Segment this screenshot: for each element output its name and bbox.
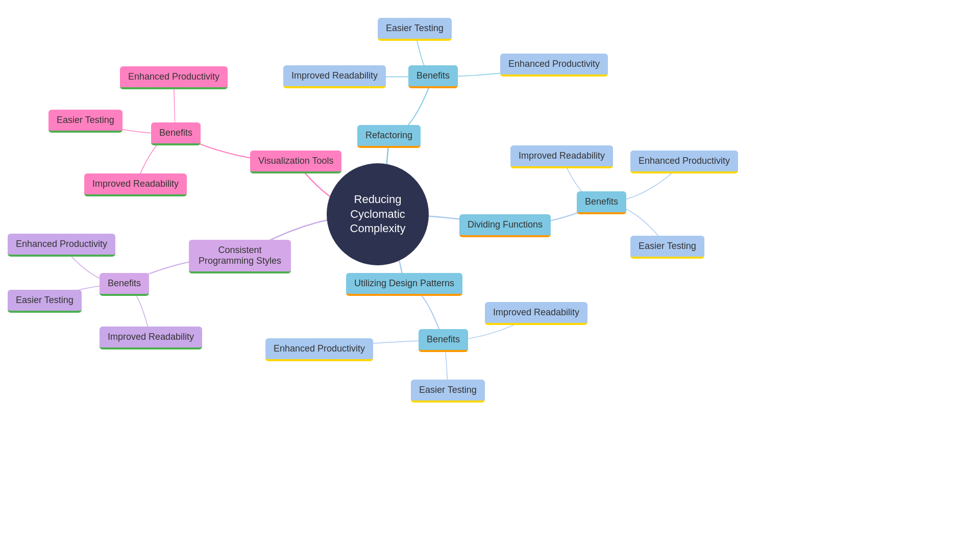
node-enhanced-prod-4[interactable]: Enhanced Productivity — [630, 151, 738, 173]
node-div-benefits[interactable]: Benefits — [577, 191, 626, 214]
node-easier-testing-2[interactable]: Easier Testing — [48, 110, 122, 133]
node-enhanced-prod-1[interactable]: Enhanced Productivity — [500, 54, 608, 77]
node-enhanced-prod-5[interactable]: Enhanced Productivity — [265, 338, 373, 361]
node-cons-benefits[interactable]: Benefits — [100, 273, 149, 296]
center-node[interactable]: Reducing Cyclomatic Complexity — [327, 163, 429, 265]
node-refactoring[interactable]: Refactoring — [357, 125, 421, 148]
node-improved-read-2[interactable]: Improved Readability — [84, 173, 187, 196]
node-improved-read-3[interactable]: Improved Readability — [100, 327, 202, 349]
node-enhanced-prod-3[interactable]: Enhanced Productivity — [8, 234, 115, 257]
node-easier-testing-3[interactable]: Easier Testing — [8, 290, 82, 313]
node-easier-testing-5[interactable]: Easier Testing — [411, 380, 485, 403]
node-easier-testing-1[interactable]: Easier Testing — [378, 18, 452, 41]
node-vis-benefits[interactable]: Benefits — [151, 122, 201, 145]
node-dividing[interactable]: Dividing Functions — [459, 214, 551, 237]
node-design[interactable]: Utilizing Design Patterns — [346, 273, 462, 296]
node-easier-testing-4[interactable]: Easier Testing — [630, 236, 704, 259]
node-consistent[interactable]: Consistent Programming Styles — [189, 240, 291, 273]
node-refactoring-benefits[interactable]: Benefits — [408, 65, 458, 88]
node-visualization[interactable]: Visualization Tools — [250, 151, 341, 173]
node-improved-read-1[interactable]: Improved Readability — [283, 65, 386, 88]
node-enhanced-prod-2[interactable]: Enhanced Productivity — [120, 66, 228, 89]
node-des-benefits[interactable]: Benefits — [419, 329, 468, 352]
node-improved-read-5[interactable]: Improved Readability — [485, 302, 587, 325]
node-improved-read-4[interactable]: Improved Readability — [510, 145, 613, 168]
